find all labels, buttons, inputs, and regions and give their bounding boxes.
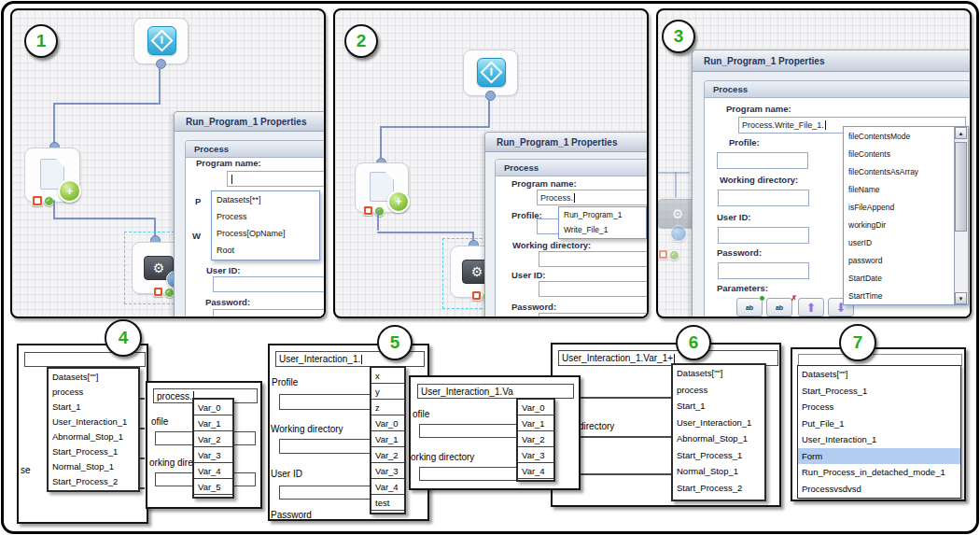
suggestion-item[interactable]: Start_1 [49,399,138,414]
suggestion-item[interactable]: Start_Process_2 [49,473,138,488]
user-id-input[interactable] [279,486,375,500]
scroll-up-icon[interactable]: ▲ [955,127,967,139]
suggestion-item[interactable]: process [49,384,138,399]
working-directory-label-fragment: directory [579,421,614,431]
suggestion-item[interactable]: fileContentsMode [844,127,955,145]
input-value: User_Interaction_1.Var_1+ [562,353,673,363]
suggestion-item[interactable]: Var_2 [518,431,553,447]
suggestion-item[interactable]: fileName [844,180,955,198]
add-plus-icon[interactable]: + [387,190,410,213]
suggestion-item[interactable]: Var_2 [371,447,404,463]
profile-input[interactable] [419,424,529,438]
suggestion-item[interactable]: Abnormal_Stop_1 [673,430,764,447]
suggestion-item[interactable]: password [844,251,955,269]
program-name-value: Process. [540,193,573,203]
add-parameter-button[interactable]: ab [736,298,763,317]
red-x-icon: ✗ [791,294,797,303]
suggestion-item[interactable]: x [371,368,404,384]
suggestion-item[interactable]: Normal_Stop_1 [673,463,764,480]
suggestion-item[interactable]: Abnormal_Stop_1 [49,429,138,443]
suggestion-item[interactable]: Processvsdvsd [798,481,960,498]
suggestion-item[interactable]: User_Interaction_1 [798,431,960,448]
suggestion-item[interactable]: Var_4 [371,479,404,495]
suggestion-item[interactable]: Var_1 [371,431,404,447]
suggestion-item[interactable]: Var_1 [518,415,553,431]
suggestion-item[interactable]: Var_3 [371,463,404,479]
suggestion-item[interactable]: Datasets[""] [798,366,960,383]
suggestion-item[interactable]: Start_Process_1 [49,443,138,458]
suggestion-item[interactable]: Start_Process_1 [798,383,960,400]
suggestion-item[interactable]: Form [798,448,960,465]
suggestion-item[interactable]: Root [212,242,319,259]
suggestion-item[interactable]: Var_5 [194,479,232,495]
suggestion-item[interactable]: Process [798,399,960,415]
profile-input[interactable] [717,152,808,169]
profile-label-fragment: P [195,196,201,206]
user-id-input[interactable] [718,227,809,244]
suggestion-item[interactable]: Start_Process_1 [673,447,764,464]
suggestion-item[interactable]: Datasets[**] [212,191,319,208]
suggestion-item[interactable]: Var_0 [371,415,404,431]
suggestion-item[interactable]: Datasets[""] [673,365,764,382]
working-directory-input[interactable] [718,190,809,206]
user-id-input[interactable] [539,281,649,297]
suggestion-item[interactable]: isFileAppend [844,198,955,216]
step-3-panel: 3 ⚙ Run_Program_1 Properties Process Pro… [656,8,972,318]
scrollbar[interactable]: ▲ ▼ [954,127,968,304]
suggestion-item[interactable]: Run_Process_in_detached_mode_1 [798,464,960,481]
suggestion-item[interactable]: Process [212,208,319,225]
suggestion-item[interactable]: Start_1 [673,398,764,415]
input-value: User_Interaction_1. [279,354,360,364]
suggestion-item[interactable]: User_Interaction_1 [49,414,138,429]
start-activity-node[interactable] [133,18,189,64]
suggestion-item[interactable]: y [371,384,404,400]
autocomplete-dropdown: Var_0Var_1Var_2Var_3Var_4Var_5 [192,398,234,499]
suggestion-item[interactable]: Var_4 [518,463,553,479]
program-name-input[interactable]: Process. [537,190,649,205]
program-name-label: Program name: [196,158,261,168]
user-id-input[interactable] [213,276,326,292]
suggestion-item[interactable]: process [673,382,764,399]
suggestion-item[interactable]: Put_File_1 [798,415,960,432]
suggestion-item[interactable]: Var_0 [518,400,553,415]
field-line [577,473,674,475]
working-directory-input[interactable] [279,439,373,454]
start-activity-node[interactable] [463,49,518,96]
suggestion-item[interactable]: test [371,495,404,511]
suggestion-item[interactable]: Write_File_1 [559,222,646,237]
loop-marker-icon [670,225,687,242]
suggestion-item[interactable]: StartDate [844,269,955,287]
password-input[interactable] [718,262,809,279]
suggestion-item[interactable]: Process[OpName] [212,225,319,242]
suggestion-item[interactable]: Var_3 [518,447,553,463]
password-input[interactable] [213,309,326,318]
profile-input[interactable] [279,394,375,410]
move-up-button[interactable]: ⬆ [798,298,824,317]
suggestion-item[interactable]: Var_3 [194,447,232,463]
working-directory-input[interactable] [419,467,531,481]
scrollbar-thumb[interactable] [955,142,967,232]
suggestion-item[interactable]: Var_1 [194,415,232,431]
password-input[interactable] [539,313,649,318]
suggestion-item[interactable]: Var_4 [194,463,232,479]
step-number: 7 [853,332,863,353]
suggestion-item[interactable]: Start_Process_2 [673,480,764,497]
program-name-input[interactable] [227,171,326,187]
add-plus-icon[interactable]: + [58,179,81,203]
scroll-down-icon[interactable]: ▼ [955,292,967,304]
program-name-input[interactable]: User_Interaction_1.Va [417,384,574,399]
delete-parameter-button[interactable]: ab✗ [766,298,792,317]
suggestion-item[interactable]: Var_0 [194,400,232,415]
suggestion-item[interactable]: Datasets[""] [49,369,138,384]
suggestion-item[interactable]: userID [844,233,955,251]
suggestion-item[interactable]: StartTime [844,287,955,304]
suggestion-item[interactable]: Normal_Stop_1 [49,458,138,473]
suggestion-item[interactable]: Run_Program_1 [559,207,646,222]
suggestion-item[interactable]: fileContentsAsArray [844,162,955,180]
suggestion-item[interactable]: workingDir [844,216,955,233]
suggestion-item[interactable]: z [371,400,404,415]
suggestion-item[interactable]: Var_2 [194,431,232,447]
suggestion-item[interactable]: fileContents [844,145,955,162]
working-directory-input[interactable] [539,251,649,267]
suggestion-item[interactable]: User_Interaction_1 [673,415,764,431]
